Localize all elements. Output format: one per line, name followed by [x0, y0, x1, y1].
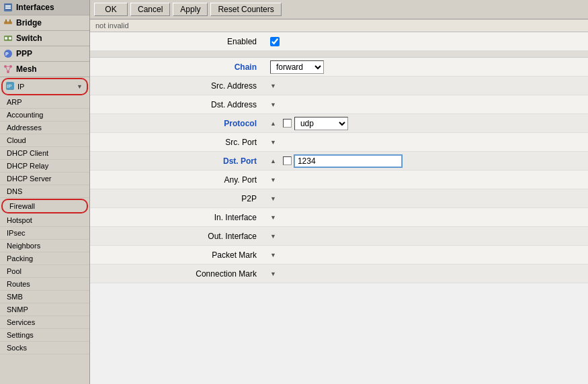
sidebar-item-arp[interactable]: ARP [0, 96, 89, 109]
packet-mark-row: Packet Mark ▼ [90, 246, 588, 265]
interfaces-icon [3, 2, 13, 13]
ppp-icon: P [3, 48, 13, 59]
out-interface-expand-icon[interactable]: ▼ [270, 233, 276, 240]
sidebar-item-ppp[interactable]: P PPP [0, 46, 89, 62]
sidebar-item-firewall[interactable]: Firewall [1, 199, 88, 213]
protocol-label: Protocol [90, 119, 265, 128]
sidebar-item-addresses[interactable]: Addresses [0, 122, 89, 134]
p2p-row: P2P ▼ [90, 189, 588, 208]
ip-chevron-icon: ▼ [77, 83, 83, 90]
protocol-collapse-icon[interactable]: ▲ [270, 120, 276, 127]
apply-button[interactable]: Apply [173, 3, 208, 16]
sidebar-item-cloud[interactable]: Cloud [0, 134, 89, 147]
main-content: OK Cancel Apply Reset Counters not inval… [90, 0, 588, 384]
sidebar-item-mesh[interactable]: Mesh [0, 62, 89, 77]
ip-icon: IP [5, 81, 15, 92]
enabled-row: Enabled [90, 32, 588, 51]
src-port-row: Src. Port ▼ [90, 133, 588, 152]
svg-rect-5 [9, 19, 11, 23]
sidebar-item-hotspot[interactable]: Hotspot [0, 214, 89, 227]
sidebar-item-dns[interactable]: DNS [0, 185, 89, 198]
sidebar: Interfaces Bridge Switch P PPP Mesh IP [0, 0, 90, 384]
out-interface-control: ▼ [265, 232, 588, 241]
in-interface-row: In. Interface ▼ [90, 208, 588, 227]
svg-rect-3 [4, 21, 12, 24]
sidebar-item-bridge-label: Bridge [16, 18, 42, 28]
src-port-label: Src. Port [90, 138, 265, 147]
sidebar-item-socks[interactable]: Socks [0, 342, 89, 354]
sidebar-item-dhcp-server[interactable]: DHCP Server [0, 173, 89, 185]
any-port-row: Any. Port ▼ [90, 171, 588, 189]
sidebar-item-interfaces[interactable]: Interfaces [0, 0, 89, 15]
reset-counters-button[interactable]: Reset Counters [210, 3, 281, 16]
svg-point-8 [9, 37, 11, 40]
dst-port-checkbox[interactable] [283, 156, 292, 165]
in-interface-label: In. Interface [90, 213, 265, 222]
p2p-label: P2P [90, 194, 265, 203]
in-interface-expand-icon[interactable]: ▼ [270, 214, 276, 221]
ok-button[interactable]: OK [94, 3, 128, 16]
any-port-label: Any. Port [90, 175, 265, 185]
dst-port-row: Dst. Port ▲ 1234 [90, 152, 588, 171]
src-address-expand-icon[interactable]: ▼ [270, 83, 276, 89]
mesh-icon [3, 64, 13, 75]
sidebar-item-packing[interactable]: Packing [0, 252, 89, 265]
chain-control: forward input output [265, 59, 588, 75]
sidebar-item-bridge[interactable]: Bridge [0, 15, 89, 31]
dst-address-expand-icon[interactable]: ▼ [270, 101, 276, 108]
sidebar-item-snmp[interactable]: SNMP [0, 303, 89, 316]
packet-mark-label: Packet Mark [90, 250, 265, 260]
packet-mark-control: ▼ [265, 250, 588, 260]
chain-label: Chain [90, 62, 265, 72]
protocol-select[interactable]: udp tcp icmp [294, 117, 348, 130]
dst-port-collapse-icon[interactable]: ▲ [270, 158, 276, 164]
packet-mark-expand-icon[interactable]: ▼ [270, 252, 276, 258]
cancel-button[interactable]: Cancel [130, 3, 170, 16]
sidebar-item-ip-label: IP [17, 83, 24, 91]
dst-address-control: ▼ [265, 100, 588, 109]
dst-port-control: ▲ 1234 [265, 154, 588, 169]
status-text: not invalid [95, 21, 129, 30]
toolbar: OK Cancel Apply Reset Counters [90, 0, 588, 19]
sidebar-item-switch[interactable]: Switch [0, 31, 89, 46]
enabled-checkbox[interactable] [270, 37, 280, 46]
src-port-control: ▼ [265, 138, 588, 147]
sidebar-item-interfaces-label: Interfaces [16, 3, 54, 12]
sidebar-item-ip[interactable]: IP IP ▼ [1, 78, 88, 95]
bridge-icon [3, 17, 13, 28]
connection-mark-row: Connection Mark ▼ [90, 265, 588, 283]
sidebar-item-ipsec[interactable]: IPsec [0, 227, 89, 240]
enabled-label: Enabled [90, 37, 265, 46]
svg-text:P: P [5, 52, 9, 56]
svg-line-15 [5, 66, 8, 72]
sidebar-item-accounting[interactable]: Accounting [0, 109, 89, 122]
p2p-expand-icon[interactable]: ▼ [270, 195, 276, 202]
svg-rect-4 [5, 19, 7, 23]
connection-mark-expand-icon[interactable]: ▼ [270, 271, 276, 277]
any-port-expand-icon[interactable]: ▼ [270, 177, 276, 183]
src-address-row: Src. Address ▼ [90, 77, 588, 95]
sidebar-item-routes[interactable]: Routes [0, 278, 89, 291]
dst-port-input[interactable]: 1234 [294, 155, 402, 167]
svg-rect-1 [5, 5, 11, 7]
in-interface-control: ▼ [265, 213, 588, 222]
chain-select[interactable]: forward input output [270, 60, 324, 74]
out-interface-label: Out. Interface [90, 232, 265, 241]
sidebar-item-pool[interactable]: Pool [0, 265, 89, 278]
sidebar-item-dhcp-client[interactable]: DHCP Client [0, 147, 89, 160]
sidebar-item-smb[interactable]: SMB [0, 291, 89, 303]
src-port-expand-icon[interactable]: ▼ [270, 139, 276, 146]
protocol-checkbox[interactable] [283, 119, 292, 128]
sidebar-item-neighbors[interactable]: Neighbors [0, 240, 89, 252]
sidebar-item-services[interactable]: Services [0, 316, 89, 329]
svg-text:IP: IP [7, 83, 12, 89]
out-interface-row: Out. Interface ▼ [90, 227, 588, 246]
svg-point-7 [5, 37, 7, 40]
sidebar-item-settings[interactable]: Settings [0, 329, 89, 342]
sidebar-item-dhcp-relay[interactable]: DHCP Relay [0, 160, 89, 173]
chain-row: Chain forward input output [90, 58, 588, 77]
dst-address-row: Dst. Address ▼ [90, 95, 588, 114]
enabled-control [265, 36, 588, 48]
src-address-label: Src. Address [90, 81, 265, 91]
connection-mark-control: ▼ [265, 269, 588, 279]
